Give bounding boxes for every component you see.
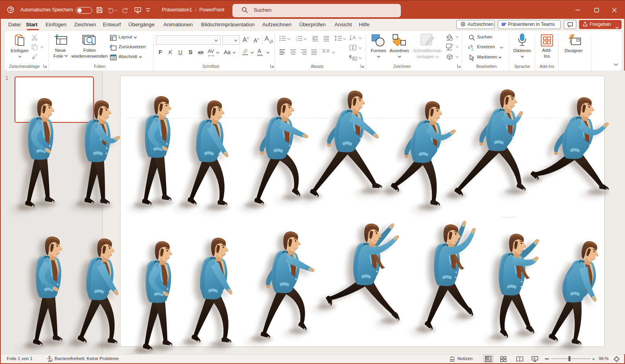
svg-text:c: c — [471, 47, 473, 51]
svg-text:A: A — [353, 35, 356, 40]
svg-text:T: T — [503, 23, 504, 26]
svg-text:3: 3 — [296, 40, 297, 42]
